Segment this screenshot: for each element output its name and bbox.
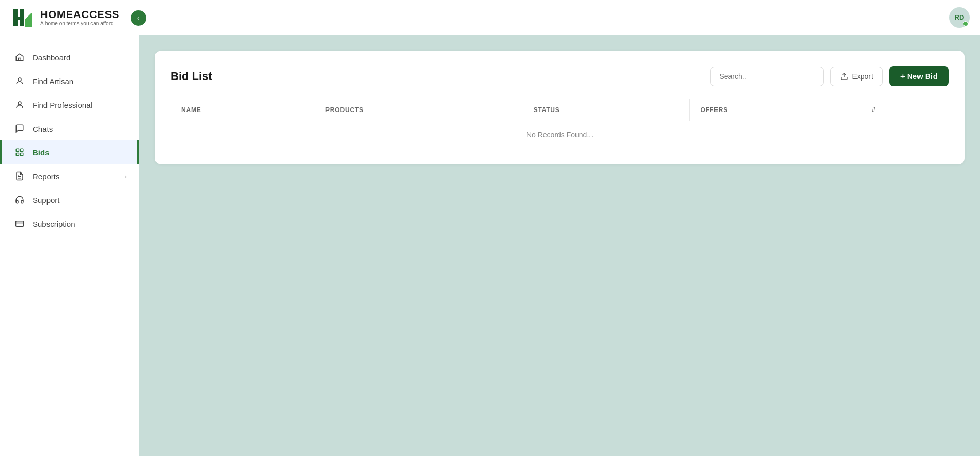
sidebar-item-chats[interactable]: Chats xyxy=(0,117,139,140)
svg-point-6 xyxy=(18,78,21,81)
chat-icon xyxy=(14,124,25,133)
collapse-sidebar-button[interactable]: ‹ xyxy=(131,10,146,26)
svg-rect-3 xyxy=(20,9,24,26)
bid-list-title: Bid List xyxy=(170,70,212,83)
sidebar: Dashboard Find Artisan Find Professional… xyxy=(0,35,139,456)
main-layout: Dashboard Find Artisan Find Professional… xyxy=(0,35,980,456)
sidebar-item-bids[interactable]: Bids xyxy=(0,140,139,164)
sidebar-item-subscription-label: Subscription xyxy=(33,219,75,228)
svg-rect-8 xyxy=(16,149,19,151)
logo-tagline: A home on terms you can afford xyxy=(40,21,119,26)
sidebar-item-support[interactable]: Support xyxy=(0,188,139,212)
bid-list-header: Bid List Export + New Bid xyxy=(170,66,949,86)
active-indicator xyxy=(137,140,139,164)
chevron-right-icon: › xyxy=(125,172,127,180)
col-name: NAME xyxy=(171,99,315,121)
export-label: Export xyxy=(852,72,873,81)
sidebar-item-find-professional-label: Find Professional xyxy=(33,101,92,109)
logo-icon xyxy=(10,5,35,30)
sidebar-item-reports[interactable]: Reports › xyxy=(0,164,139,188)
bid-list-card: Bid List Export + New Bid NAME xyxy=(155,51,965,164)
sidebar-item-chats-label: Chats xyxy=(33,124,53,133)
svg-point-7 xyxy=(18,102,21,105)
sidebar-item-dashboard[interactable]: Dashboard xyxy=(0,45,139,69)
col-offers: OFFERS xyxy=(690,99,861,121)
person2-icon xyxy=(14,100,25,109)
user-initials: RD xyxy=(955,13,965,21)
export-button[interactable]: Export xyxy=(830,67,882,86)
svg-rect-11 xyxy=(21,153,23,156)
bid-table-head: NAME PRODUCTS STATUS OFFERS # xyxy=(171,99,949,121)
export-icon xyxy=(840,72,848,81)
content-area: Bid List Export + New Bid NAME xyxy=(139,35,980,456)
subscription-icon xyxy=(14,219,25,228)
col-hash: # xyxy=(861,99,948,121)
house-icon xyxy=(14,53,25,62)
table-header-row: NAME PRODUCTS STATUS OFFERS # xyxy=(171,99,949,121)
bid-table: NAME PRODUCTS STATUS OFFERS # No Records… xyxy=(170,99,949,149)
new-bid-button[interactable]: + New Bid xyxy=(889,66,949,86)
bid-search-input[interactable] xyxy=(710,67,824,86)
svg-rect-10 xyxy=(16,153,19,156)
sidebar-item-reports-label: Reports xyxy=(33,172,60,181)
sidebar-item-support-label: Support xyxy=(33,196,60,205)
sidebar-item-subscription[interactable]: Subscription xyxy=(0,212,139,235)
svg-rect-9 xyxy=(21,149,23,151)
bid-table-body: No Records Found... xyxy=(171,121,949,149)
logo-area: HOMEACCESS A home on terms you can affor… xyxy=(10,5,119,30)
svg-rect-5 xyxy=(19,58,21,61)
person-icon xyxy=(14,76,25,86)
reports-icon xyxy=(14,171,25,181)
sidebar-item-bids-label: Bids xyxy=(33,148,50,157)
user-avatar[interactable]: RD xyxy=(949,7,970,28)
new-bid-label: + New Bid xyxy=(900,72,938,81)
online-status-dot xyxy=(963,21,968,26)
sidebar-item-find-artisan-label: Find Artisan xyxy=(33,77,73,86)
sidebar-item-find-artisan[interactable]: Find Artisan xyxy=(0,69,139,93)
headset-icon xyxy=(14,195,25,205)
bids-icon xyxy=(14,148,25,157)
col-status: STATUS xyxy=(523,99,690,121)
empty-state-row: No Records Found... xyxy=(171,121,949,149)
top-bar: HOMEACCESS A home on terms you can affor… xyxy=(0,0,980,35)
logo-brand: HOMEACCESS xyxy=(40,9,119,21)
bid-list-actions: Export + New Bid xyxy=(710,66,949,86)
svg-rect-15 xyxy=(16,221,24,227)
logo-text-block: HOMEACCESS A home on terms you can affor… xyxy=(40,9,119,26)
empty-message: No Records Found... xyxy=(171,121,949,149)
sidebar-item-dashboard-label: Dashboard xyxy=(33,53,70,62)
col-products: PRODUCTS xyxy=(315,99,523,121)
sidebar-item-find-professional[interactable]: Find Professional xyxy=(0,93,139,117)
